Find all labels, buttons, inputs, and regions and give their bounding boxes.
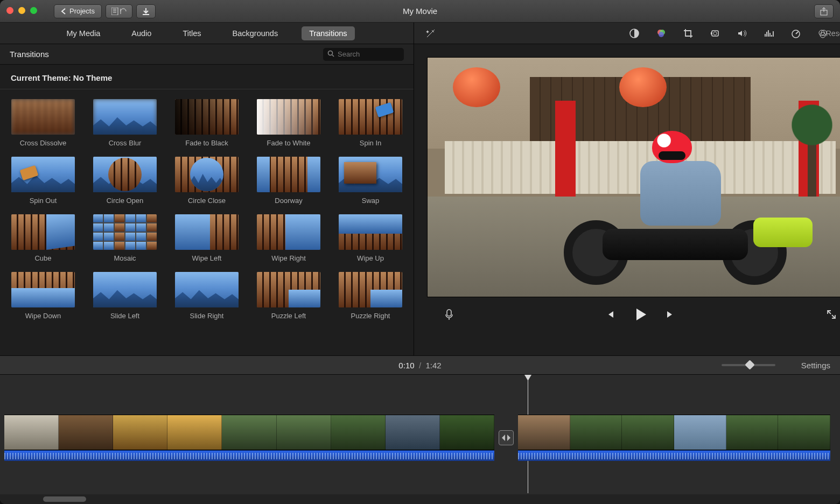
search-icon	[327, 50, 334, 59]
svg-rect-0	[111, 8, 118, 15]
svg-point-13	[820, 32, 825, 38]
transition-swap[interactable]: Swap	[338, 157, 403, 205]
svg-rect-17	[447, 310, 451, 316]
transition-puzzle-right[interactable]: Puzzle Right	[338, 272, 403, 320]
transition-wipe-left[interactable]: Wipe Left	[174, 214, 239, 262]
transition-label: Slide Left	[110, 312, 139, 320]
tab-backgrounds[interactable]: Backgrounds	[225, 26, 286, 40]
minimize-window-button[interactable]	[18, 7, 25, 14]
transition-label: Cross Blur	[109, 139, 142, 147]
transition-label: Spin Out	[30, 197, 57, 205]
zoom-slider[interactable]	[722, 364, 775, 366]
window-controls	[6, 7, 37, 14]
clip-2-audio[interactable]	[518, 450, 830, 461]
upper-area: My MediaAudioTitlesBackgroundsTransition…	[0, 23, 840, 355]
stabilize-icon[interactable]	[709, 27, 721, 39]
play-button[interactable]	[634, 309, 646, 320]
svg-point-2	[328, 51, 333, 55]
clip-2[interactable]	[518, 415, 830, 461]
transition-puzzle-left[interactable]: Puzzle Left	[256, 272, 321, 320]
transition-label: Mosaic	[114, 254, 136, 262]
window-title: My Movie	[403, 6, 437, 16]
viewer-pane: Reset All	[414, 23, 840, 355]
video-viewer	[414, 44, 840, 355]
fullscreen-icon[interactable]	[825, 309, 837, 320]
voiceover-icon[interactable]	[443, 309, 455, 320]
transition-icon[interactable]	[499, 430, 514, 445]
transition-label: Circle Open	[107, 197, 144, 205]
svg-point-8	[713, 32, 717, 35]
crop-icon[interactable]	[682, 27, 694, 39]
transition-circle-close[interactable]: Circle Close	[174, 157, 239, 205]
time-row: 0:10 / 1:42 Settings	[0, 355, 840, 375]
browser-tabs: My MediaAudioTitlesBackgroundsTransition…	[0, 23, 414, 44]
transition-wipe-right[interactable]: Wipe Right	[256, 214, 321, 262]
transition-cube[interactable]: Cube	[11, 214, 75, 262]
share-button[interactable]	[814, 4, 834, 18]
playback-bar	[427, 297, 840, 332]
transition-label: Doorway	[275, 197, 302, 205]
transition-label: Spin In	[360, 139, 381, 147]
transition-fade-to-black[interactable]: Fade to Black	[174, 99, 239, 147]
prev-clip-button[interactable]	[604, 309, 616, 320]
transition-label: Slide Right	[190, 312, 224, 320]
speed-icon[interactable]	[790, 27, 802, 39]
close-window-button[interactable]	[6, 7, 13, 14]
clip-1-audio[interactable]	[4, 450, 494, 461]
transition-label: Wipe Up	[357, 254, 384, 262]
color-correction-icon[interactable]	[655, 27, 667, 39]
projects-back-button[interactable]: Projects	[54, 4, 102, 18]
library-toggle-button[interactable]	[106, 4, 132, 18]
timeline[interactable]	[0, 375, 840, 504]
next-clip-button[interactable]	[664, 309, 676, 320]
browser-subheader: Transitions	[0, 44, 414, 65]
noise-icon[interactable]	[763, 27, 775, 39]
browser-section-title: Transitions	[10, 50, 49, 59]
transition-cross-blur[interactable]: Cross Blur	[93, 99, 157, 147]
transition-circle-open[interactable]: Circle Open	[93, 157, 157, 205]
transition-slide-right[interactable]: Slide Right	[174, 272, 239, 320]
transition-wipe-down[interactable]: Wipe Down	[11, 272, 75, 320]
tab-audio[interactable]: Audio	[124, 26, 159, 40]
transition-label: Wipe Down	[25, 312, 61, 320]
import-button[interactable]	[136, 4, 156, 18]
reset-all-button[interactable]: Reset All	[826, 29, 840, 38]
transition-cross-dissolve[interactable]: Cross Dissolve	[11, 99, 75, 147]
current-time: 0:10	[398, 361, 414, 370]
transition-label: Puzzle Left	[271, 312, 306, 320]
preview-frame[interactable]	[427, 57, 840, 297]
transition-label: Circle Close	[188, 197, 226, 205]
app-window: Projects My Movie My MediaAudioTitlesBac…	[0, 0, 840, 504]
transition-fade-to-white[interactable]: Fade to White	[256, 99, 321, 147]
transition-wipe-up[interactable]: Wipe Up	[338, 214, 403, 262]
transition-spin-in[interactable]: Spin In	[338, 99, 403, 147]
viewer-toolbar: Reset All	[414, 23, 840, 44]
titlebar: Projects My Movie	[0, 0, 840, 23]
transition-label: Wipe Right	[271, 254, 306, 262]
color-balance-icon[interactable]	[628, 27, 640, 39]
video-track[interactable]	[4, 415, 830, 461]
transition-label: Puzzle Right	[351, 312, 390, 320]
transition-label: Wipe Left	[192, 254, 222, 262]
tab-transitions[interactable]: Transitions	[302, 26, 354, 40]
timeline-scrollbar[interactable]	[0, 494, 840, 504]
transition-doorway[interactable]: Doorway	[256, 157, 321, 205]
projects-label: Projects	[69, 7, 95, 15]
transition-label: Cross Dissolve	[20, 139, 67, 147]
theme-label: Current Theme: No Theme	[0, 65, 414, 89]
enhance-icon[interactable]	[425, 27, 437, 39]
tab-titles[interactable]: Titles	[175, 26, 208, 40]
transition-label: Cube	[34, 254, 51, 262]
transition-spin-out[interactable]: Spin Out	[11, 157, 75, 205]
transition-mosaic[interactable]: Mosaic	[93, 214, 157, 262]
transition-slide-left[interactable]: Slide Left	[93, 272, 157, 320]
volume-icon[interactable]	[736, 27, 748, 39]
timeline-settings-button[interactable]: Settings	[801, 361, 830, 370]
search-field[interactable]	[323, 48, 404, 61]
tab-my-media[interactable]: My Media	[59, 26, 108, 40]
transition-label: Fade to Black	[185, 139, 228, 147]
transition-label: Swap	[362, 197, 380, 205]
fullscreen-window-button[interactable]	[30, 7, 37, 14]
transitions-grid: Cross DissolveCross BlurFade to BlackFad…	[0, 89, 414, 330]
clip-1[interactable]	[4, 415, 494, 461]
